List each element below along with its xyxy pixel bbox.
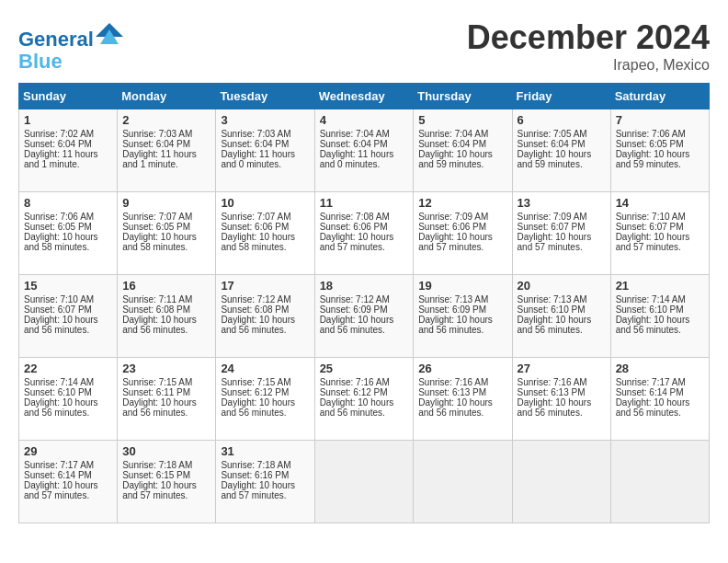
calendar-cell: 10Sunrise: 7:07 AMSunset: 6:06 PMDayligh… xyxy=(216,192,314,275)
calendar-cell: 6Sunrise: 7:05 AMSunset: 6:04 PMDaylight… xyxy=(512,109,610,192)
cell-info: Daylight: 10 hours xyxy=(24,397,112,408)
cell-info: and 1 minute. xyxy=(122,159,210,169)
cell-info: Sunrise: 7:13 AM xyxy=(518,294,606,304)
cell-info: Daylight: 10 hours xyxy=(518,397,606,408)
cell-info: Daylight: 10 hours xyxy=(24,232,112,242)
cell-info: Daylight: 10 hours xyxy=(320,397,409,408)
cell-info: Sunrise: 7:12 AM xyxy=(221,294,309,304)
logo-blue-text: Blue xyxy=(18,51,123,73)
day-number: 27 xyxy=(518,362,606,375)
day-number: 13 xyxy=(518,196,606,210)
cell-info: and 57 minutes. xyxy=(518,242,606,252)
cell-info: Daylight: 10 hours xyxy=(418,149,506,159)
day-number: 6 xyxy=(518,113,606,127)
cell-info: Daylight: 10 hours xyxy=(320,315,409,325)
logo-text: General xyxy=(18,18,123,51)
calendar-cell: 31Sunrise: 7:18 AMSunset: 6:16 PMDayligh… xyxy=(216,441,314,523)
calendar-header-wednesday: Wednesday xyxy=(314,84,414,109)
month-title: December 2024 xyxy=(467,18,710,57)
cell-info: Daylight: 10 hours xyxy=(418,397,506,408)
cell-info: and 0 minutes. xyxy=(221,159,309,169)
cell-info: Daylight: 10 hours xyxy=(122,480,210,490)
calendar-cell: 20Sunrise: 7:13 AMSunset: 6:10 PMDayligh… xyxy=(512,275,610,358)
cell-info: Sunset: 6:08 PM xyxy=(221,304,309,315)
cell-info: Daylight: 10 hours xyxy=(616,149,704,159)
calendar-week-1: 1Sunrise: 7:02 AMSunset: 6:04 PMDaylight… xyxy=(19,109,710,192)
cell-info: Sunrise: 7:06 AM xyxy=(616,129,704,139)
cell-info: Daylight: 10 hours xyxy=(616,232,704,242)
logo: General Blue xyxy=(18,18,123,73)
day-number: 7 xyxy=(616,113,704,127)
cell-info: and 1 minute. xyxy=(24,159,112,169)
day-number: 19 xyxy=(418,279,506,293)
calendar-week-4: 22Sunrise: 7:14 AMSunset: 6:10 PMDayligh… xyxy=(19,358,710,441)
calendar-cell xyxy=(414,441,512,523)
calendar-cell: 16Sunrise: 7:11 AMSunset: 6:08 PMDayligh… xyxy=(118,275,216,358)
day-number: 1 xyxy=(24,113,112,127)
calendar-cell: 15Sunrise: 7:10 AMSunset: 6:07 PMDayligh… xyxy=(19,275,118,358)
calendar-cell: 1Sunrise: 7:02 AMSunset: 6:04 PMDaylight… xyxy=(19,109,118,192)
day-number: 17 xyxy=(221,279,309,293)
cell-info: Sunrise: 7:04 AM xyxy=(320,129,409,139)
calendar-cell: 27Sunrise: 7:16 AMSunset: 6:13 PMDayligh… xyxy=(512,358,610,441)
cell-info: Sunrise: 7:16 AM xyxy=(418,377,506,387)
cell-info: Sunset: 6:07 PM xyxy=(24,304,112,315)
cell-info: Daylight: 10 hours xyxy=(221,232,309,242)
cell-info: and 56 minutes. xyxy=(616,325,704,335)
cell-info: Sunrise: 7:08 AM xyxy=(320,212,409,222)
cell-info: Sunrise: 7:06 AM xyxy=(24,212,112,222)
page-header: General Blue December 2024 Irapeo, Mexic… xyxy=(18,18,710,74)
cell-info: and 57 minutes. xyxy=(320,242,409,252)
cell-info: Sunrise: 7:18 AM xyxy=(122,460,210,470)
calendar-cell: 8Sunrise: 7:06 AMSunset: 6:05 PMDaylight… xyxy=(19,192,118,275)
calendar-cell: 14Sunrise: 7:10 AMSunset: 6:07 PMDayligh… xyxy=(610,192,709,275)
cell-info: Sunrise: 7:07 AM xyxy=(221,212,309,222)
cell-info: Daylight: 10 hours xyxy=(221,397,309,408)
cell-info: Sunset: 6:04 PM xyxy=(518,139,606,149)
cell-info: and 56 minutes. xyxy=(518,408,606,418)
day-number: 23 xyxy=(122,362,210,375)
cell-info: Sunset: 6:12 PM xyxy=(221,387,309,397)
day-number: 28 xyxy=(616,362,704,375)
cell-info: and 56 minutes. xyxy=(24,408,112,418)
day-number: 8 xyxy=(24,196,112,210)
calendar-cell: 7Sunrise: 7:06 AMSunset: 6:05 PMDaylight… xyxy=(610,109,709,192)
logo-icon xyxy=(96,18,123,46)
cell-info: and 56 minutes. xyxy=(418,408,506,418)
calendar-cell: 29Sunrise: 7:17 AMSunset: 6:14 PMDayligh… xyxy=(19,441,118,523)
location: Irapeo, Mexico xyxy=(467,57,710,74)
calendar-cell: 23Sunrise: 7:15 AMSunset: 6:11 PMDayligh… xyxy=(118,358,216,441)
cell-info: Sunrise: 7:14 AM xyxy=(616,294,704,304)
cell-info: and 56 minutes. xyxy=(221,408,309,418)
calendar-cell: 4Sunrise: 7:04 AMSunset: 6:04 PMDaylight… xyxy=(314,109,414,192)
cell-info: Daylight: 11 hours xyxy=(221,149,309,159)
calendar-cell: 25Sunrise: 7:16 AMSunset: 6:12 PMDayligh… xyxy=(314,358,414,441)
cell-info: Sunset: 6:06 PM xyxy=(418,222,506,232)
cell-info: Sunset: 6:05 PM xyxy=(24,222,112,232)
calendar-header-tuesday: Tuesday xyxy=(216,84,314,109)
cell-info: Sunrise: 7:10 AM xyxy=(24,294,112,304)
cell-info: Sunrise: 7:16 AM xyxy=(518,377,606,387)
cell-info: and 59 minutes. xyxy=(616,159,704,169)
cell-info: Daylight: 10 hours xyxy=(122,397,210,408)
calendar-week-5: 29Sunrise: 7:17 AMSunset: 6:14 PMDayligh… xyxy=(19,441,710,523)
cell-info: Sunset: 6:09 PM xyxy=(418,304,506,315)
calendar-cell: 17Sunrise: 7:12 AMSunset: 6:08 PMDayligh… xyxy=(216,275,314,358)
cell-info: Daylight: 10 hours xyxy=(24,315,112,325)
day-number: 21 xyxy=(616,279,704,293)
calendar-cell: 18Sunrise: 7:12 AMSunset: 6:09 PMDayligh… xyxy=(314,275,414,358)
calendar-cell: 2Sunrise: 7:03 AMSunset: 6:04 PMDaylight… xyxy=(118,109,216,192)
day-number: 26 xyxy=(418,362,506,375)
calendar-cell: 26Sunrise: 7:16 AMSunset: 6:13 PMDayligh… xyxy=(414,358,512,441)
cell-info: Sunset: 6:15 PM xyxy=(122,470,210,480)
cell-info: and 57 minutes. xyxy=(122,490,210,500)
cell-info: Sunset: 6:07 PM xyxy=(616,222,704,232)
cell-info: Daylight: 10 hours xyxy=(518,315,606,325)
calendar-body: 1Sunrise: 7:02 AMSunset: 6:04 PMDaylight… xyxy=(19,109,710,523)
cell-info: Sunset: 6:10 PM xyxy=(616,304,704,315)
cell-info: Daylight: 10 hours xyxy=(122,315,210,325)
cell-info: Sunset: 6:06 PM xyxy=(320,222,409,232)
cell-info: Sunrise: 7:15 AM xyxy=(122,377,210,387)
cell-info: Sunrise: 7:18 AM xyxy=(221,460,309,470)
cell-info: Daylight: 10 hours xyxy=(221,480,309,490)
